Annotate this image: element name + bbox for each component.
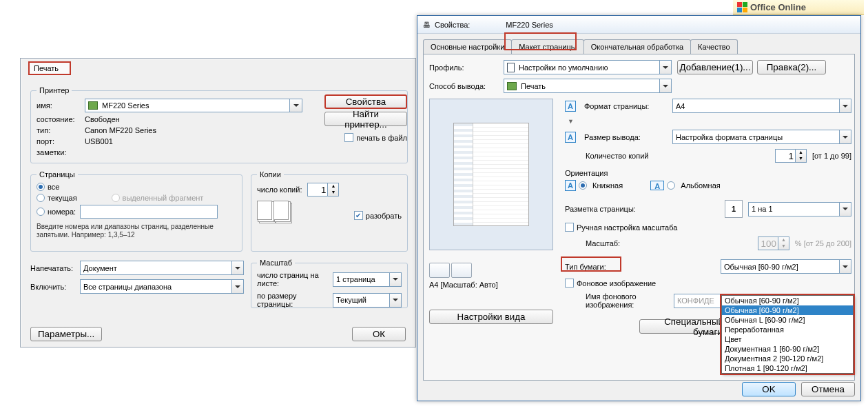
orientation-landscape-radio[interactable]: AАльбомная [650,181,721,190]
paper-option[interactable]: Обычная [60-90 г/м2] [722,296,853,305]
tab-quality[interactable]: Качество [690,39,738,54]
view-settings-button[interactable]: Настройки вида [429,310,553,324]
collate-icon [257,201,289,220]
output-size-icon: A [565,132,576,143]
include-dropdown[interactable]: Все страницы диапазона [80,279,244,294]
printer-state-label: состояние: [37,115,85,123]
print-what-dropdown[interactable]: Документ [80,261,244,275]
watermark-name-label: Имя фонового изображения: [586,292,668,309]
pages-all-radio[interactable]: все [37,183,236,191]
copies-legend: Копии [257,170,284,179]
print-dialog: Печать Принтер имя: MF220 Series состоян… [20,58,416,347]
pages-numbers-radio[interactable]: номера: [37,205,236,219]
watermark-checkbox[interactable]: Фоновое изображение [565,279,656,288]
printer-legend: Принтер [37,86,72,94]
paper-option[interactable]: Плотная 1 [90-120 г/м2] [722,363,853,373]
props-ok-button[interactable]: OK [742,382,796,396]
find-printer-button[interactable]: Найти принтер... [324,112,407,126]
output-size-dropdown[interactable]: Настройка формата страницы [672,130,851,144]
office-online-banner: Office Online [733,0,864,15]
manual-scale-checkbox[interactable]: Ручная настройка масштаба [565,223,677,232]
printer-icon [507,82,517,90]
paper-option[interactable]: Обычная [60-90 г/м2] [722,305,853,315]
tab-bar: Основные настройки Макет страницы Оконча… [417,34,860,54]
doc-icon [507,63,515,72]
printer-port-label: порт: [37,137,85,145]
properties-button[interactable]: Свойства [324,94,407,109]
pages-selection-radio: выделенный фрагмент [112,194,204,202]
scale-range: % [от 25 до 200] [795,239,851,248]
copies-count-label: число копий: [257,185,302,194]
paper-type-dropdown[interactable]: Обычная [60-90 г/м2] [721,259,851,274]
preview-tool-1[interactable] [429,263,450,278]
add-profile-button[interactable]: Добавление(1)... [677,60,753,74]
titlebar: 🖶 Свойства: MF220 Series [417,16,860,34]
titlebar-prefix: Свойства: [435,21,470,29]
pages-legend: Страницы [37,170,78,179]
printer-group: Принтер имя: MF220 Series состояние:Своб… [30,86,408,163]
pages-note-1: Введите номера или диапазоны страниц, ра… [37,223,214,230]
fit-to-page-label: по размеру страницы: [257,292,333,308]
highlight-paper-type-label [561,256,621,272]
output-method-dropdown[interactable]: Печать [504,79,672,93]
pages-per-sheet-dropdown[interactable]: 1 страница [333,272,402,287]
paper-type-options[interactable]: Обычная [60-90 г/м2] Обычная [60-90 г/м2… [721,295,854,374]
printer-properties-window: 🖶 Свойства: MF220 Series Основные настро… [417,15,861,401]
copies-count-stepper[interactable]: ▲▼ [307,183,339,197]
copies-range: [от 1 до 99] [812,152,851,160]
paper-option[interactable]: Документная 2 [90-120 г/м2] [722,354,853,363]
titlebar-suffix: MF220 Series [506,21,552,29]
print-what-label: Напечатать: [30,264,80,272]
fit-to-page-dropdown[interactable]: Текущий [333,293,402,308]
tab-finishing[interactable]: Окончательная обработка [583,39,691,54]
output-method-label: Способ вывода: [429,82,498,90]
paper-option[interactable]: Цвет [722,334,853,344]
copies-label: Количество копий [586,152,668,160]
profile-label: Профиль: [429,63,498,72]
edit-profile-button[interactable]: Правка(2)... [757,60,826,74]
scale-legend: Масштаб [257,259,295,267]
scale-label: Масштаб: [586,239,668,248]
preview-tool-2[interactable] [451,263,472,278]
chevron-down-icon[interactable] [290,99,302,112]
print-to-file-checkbox[interactable]: печать в файл [344,133,407,142]
page-layout-dropdown[interactable]: 1 на 1 [748,202,851,216]
page-layout-label: Разметка страницы: [565,205,648,213]
printer-type-label: тип: [37,126,85,134]
printer-name-dropdown[interactable]: MF220 Series [85,99,302,112]
copies-group: Копии число копий: ▲▼ разобрать [251,170,408,252]
printer-notes-label: заметки: [37,148,85,157]
office-icon [737,2,747,12]
parameters-button[interactable]: Параметры... [30,327,102,341]
profile-dropdown[interactable]: Настройки по умолчанию [504,60,672,74]
pagesize-icon: A [565,101,576,112]
ok-button[interactable]: ОК [352,327,406,341]
watermark-name-dropdown: КОНФИДЕ [674,294,729,308]
orientation-portrait-radio[interactable]: AКнижная [565,180,623,191]
paper-option[interactable]: Документная 1 [60-90 г/м2] [722,344,853,354]
page-format-dropdown[interactable]: A4 [672,99,851,113]
office-online-label: Office Online [750,2,806,12]
pages-group: Страницы все текущая выделенный фрагмент… [30,170,242,252]
page-format-label: Формат страницы: [584,102,667,110]
printer-icon [88,101,98,110]
props-cancel-button[interactable]: Отмена [801,382,855,396]
scale-stepper: ▲▼ [758,236,789,250]
pages-note-2: запятыми. Например: 1,3,5–12 [37,231,135,239]
paper-option[interactable]: Обычная L [60-90 г/м2] [722,315,853,325]
pages-numbers-input[interactable] [80,205,218,219]
print-dialog-title: Печать [28,61,71,75]
preview-caption: A4 [Масштаб: Авто] [429,281,561,289]
tab-basic[interactable]: Основные настройки [423,39,512,54]
copies-stepper[interactable]: ▲▼ [775,149,807,163]
highlight-tab [504,32,577,50]
pages-current-radio[interactable]: текущая [37,194,77,202]
scale-group: Масштаб число страниц на листе: 1 страни… [251,259,408,308]
orientation-label: Ориентация [565,169,608,177]
paper-option[interactable]: Переработанная [722,325,853,334]
collate-checkbox[interactable]: разобрать [354,211,402,220]
printer-props-icon: 🖶 [423,21,431,29]
layout-1-icon: 1 [725,200,743,218]
tab-panel: Профиль: Настройки по умолчанию Добавлен… [423,54,855,381]
printer-name-value: MF220 Series [102,101,149,110]
